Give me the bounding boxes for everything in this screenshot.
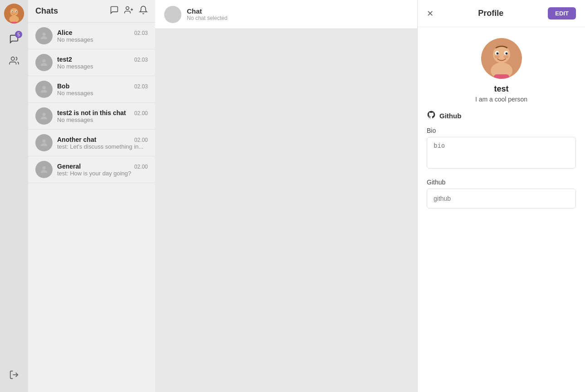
profile-avatar — [481, 38, 522, 79]
svg-point-8 — [11, 12, 14, 14]
chat-avatar — [35, 27, 53, 44]
bio-label: Bio — [427, 127, 576, 134]
chat-list-panel: Chats — [28, 0, 155, 392]
profile-title: Profile — [478, 9, 503, 18]
chat-preview: No messages — [57, 90, 148, 97]
svg-point-28 — [496, 53, 498, 55]
chat-list-icons — [110, 5, 148, 17]
chat-avatar — [35, 161, 53, 178]
profile-body: test I am a cool person Github Bio Githu… — [418, 27, 585, 227]
chat-info: Bob 02.03 No messages — [57, 82, 148, 97]
chat-name: test2 is not in this chat — [57, 109, 126, 116]
chat-body — [155, 29, 417, 392]
svg-point-18 — [42, 113, 45, 116]
chat-item-alice[interactable]: Alice 02.03 No messages — [28, 23, 155, 49]
svg-point-6 — [12, 11, 13, 12]
svg-rect-3 — [11, 22, 18, 24]
profile-panel: ✕ Profile EDIT test I am a cool person — [417, 0, 585, 392]
svg-point-16 — [42, 59, 45, 63]
chat-time: 02.03 — [134, 83, 148, 90]
svg-point-17 — [42, 86, 45, 89]
svg-point-19 — [42, 140, 45, 143]
nav-icon-contacts[interactable] — [4, 51, 24, 71]
svg-point-7 — [16, 11, 17, 12]
profile-bio-display: I am a cool person — [475, 96, 527, 103]
chat-info: Alice 02.03 No messages — [57, 29, 148, 43]
user-avatar[interactable] — [4, 4, 24, 24]
svg-point-9 — [15, 12, 17, 14]
chats-badge: 5 — [15, 31, 22, 38]
chat-name: Alice — [57, 29, 72, 36]
close-profile-button[interactable]: ✕ — [427, 9, 434, 19]
svg-point-2 — [9, 15, 19, 23]
chat-time: 02.03 — [134, 57, 148, 63]
chat-preview: test: Let's discuss something in... — [57, 143, 148, 150]
chat-avatar — [35, 81, 53, 98]
chat-time: 02.00 — [134, 110, 148, 116]
svg-point-12 — [126, 7, 129, 10]
new-message-icon[interactable] — [110, 5, 119, 17]
add-user-icon[interactable] — [124, 5, 133, 17]
chat-info: test2 is not in this chat 02.00 No messa… — [57, 109, 148, 123]
github-section-label: Github — [439, 112, 461, 120]
svg-point-31 — [503, 55, 509, 58]
logout-button[interactable] — [4, 365, 24, 385]
sidebar-nav: 5 — [0, 0, 28, 392]
chat-time: 02.03 — [134, 30, 148, 36]
svg-point-1 — [10, 8, 18, 16]
github-field-group: Github — [427, 179, 576, 208]
chat-list-header: Chats — [28, 0, 155, 23]
svg-point-10 — [11, 57, 15, 60]
svg-point-20 — [42, 166, 45, 169]
chat-time: 02.00 — [134, 137, 148, 143]
chat-item-test2[interactable]: test2 02.03 No messages — [28, 49, 155, 76]
edit-profile-button[interactable]: EDIT — [548, 7, 576, 19]
chat-preview: test: How is your day going? — [57, 170, 148, 177]
chat-item-general[interactable]: General 02.00 test: How is your day goin… — [28, 156, 155, 183]
bio-field-group: Bio — [427, 127, 576, 170]
chat-name: test2 — [57, 56, 72, 63]
github-input[interactable] — [427, 189, 576, 208]
chat-header-name: Chat — [187, 7, 227, 15]
nav-icon-chats[interactable]: 5 — [4, 29, 24, 49]
chat-info: test2 02.03 No messages — [57, 56, 148, 70]
svg-point-30 — [494, 55, 500, 58]
svg-point-15 — [42, 33, 45, 36]
chat-item-another[interactable]: Another chat 02.00 test: Let's discuss s… — [28, 130, 155, 156]
svg-point-29 — [505, 53, 507, 55]
chat-avatar — [35, 107, 53, 125]
svg-rect-25 — [494, 74, 509, 79]
chat-info: Another chat 02.00 test: Let's discuss s… — [57, 136, 148, 150]
chat-preview: No messages — [57, 36, 148, 43]
profile-panel-header: ✕ Profile EDIT — [418, 0, 585, 27]
chat-header-subtitle: No chat selected — [187, 15, 227, 21]
profile-username: test — [494, 84, 508, 94]
chat-avatar — [35, 54, 53, 71]
bio-input[interactable] — [427, 137, 576, 169]
svg-point-21 — [171, 11, 174, 14]
chat-time: 02.00 — [134, 164, 148, 170]
chat-item-test2-not[interactable]: test2 is not in this chat 02.00 No messa… — [28, 103, 155, 130]
main-chat: Chat No chat selected — [155, 0, 417, 392]
chat-name: Another chat — [57, 136, 96, 143]
chat-name: Bob — [57, 82, 69, 90]
chat-name: General — [57, 163, 81, 170]
chat-avatar — [35, 134, 53, 151]
profile-fields: Bio Github — [427, 127, 576, 217]
chat-header-info: Chat No chat selected — [187, 7, 227, 21]
chat-preview: No messages — [57, 116, 148, 123]
chat-preview: No messages — [57, 63, 148, 70]
chat-list-title: Chats — [35, 6, 58, 16]
chat-header-avatar — [164, 6, 181, 23]
chat-header: Chat No chat selected — [155, 0, 417, 29]
chat-info: General 02.00 test: How is your day goin… — [57, 163, 148, 177]
bell-icon[interactable] — [139, 5, 148, 17]
chat-item-bob[interactable]: Bob 02.03 No messages — [28, 76, 155, 103]
github-label: Github — [427, 179, 576, 186]
github-icon — [427, 110, 436, 121]
profile-github-section: Github — [427, 110, 576, 121]
